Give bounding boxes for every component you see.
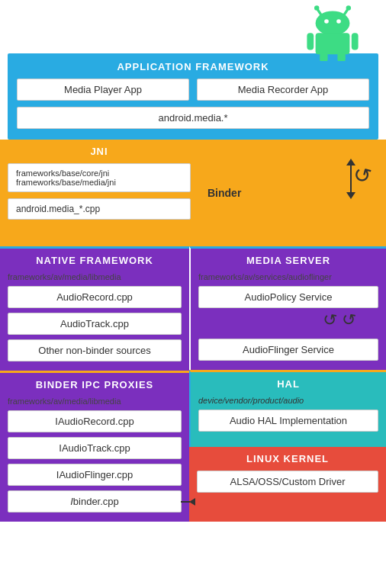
hal-title: HAL <box>198 378 378 390</box>
ibinder-label2: binder.cpp <box>73 496 119 507</box>
jni-title: JNI <box>8 146 191 157</box>
svg-rect-10 <box>320 53 327 61</box>
native-framework-section: NATIVE FRAMEWORK frameworks/av/media/lib… <box>0 246 189 371</box>
alsa-oss-label: ALSA/OSS/Custom Driver <box>230 476 346 487</box>
ibinder-arrow-icon <box>181 498 195 506</box>
media-server-section: MEDIA SERVER frameworks/av/services/audi… <box>189 246 386 370</box>
native-framework-title: NATIVE FRAMEWORK <box>8 255 182 266</box>
alsa-oss-box: ALSA/OSS/Custom Driver <box>197 471 378 493</box>
jni-paths-box: frameworks/base/core/jni frameworks/base… <box>8 163 191 192</box>
svg-point-3 <box>346 5 351 10</box>
ibinder-row: Ibinder.cpp <box>8 490 182 512</box>
arrow-up-icon <box>346 159 355 165</box>
audio-track-label: AudioTrack.cpp <box>60 318 129 329</box>
iaudio-flinger-label: IAudioFlinger.cpp <box>56 469 133 480</box>
audio-flinger-box: AudioFlinger Service <box>198 339 378 361</box>
media-server-title: MEDIA SERVER <box>198 255 378 266</box>
other-non-binder-box: Other non-binder sources <box>8 339 182 361</box>
binder-area: Binder ↺ <box>198 140 386 246</box>
native-framework-path: frameworks/av/media/libmedia <box>8 272 182 281</box>
iaudio-track-box: IAudioTrack.cpp <box>8 437 182 459</box>
audio-hal-label: Audio HAL Implementation <box>230 415 347 426</box>
hal-path: device/vendor/product/audio <box>198 396 378 405</box>
android-logo <box>302 0 363 61</box>
svg-rect-8 <box>307 33 314 50</box>
audio-policy-label: AudioPolicy Service <box>245 291 333 303</box>
app-row: Media Player App Media Recorder App <box>17 79 369 101</box>
svg-rect-11 <box>337 53 345 61</box>
iaudio-record-label: IAudioRecord.cpp <box>55 416 133 427</box>
jni-cpp: android.media_*.cpp <box>16 204 100 214</box>
media-server-path: frameworks/av/services/audioflinger <box>198 272 378 281</box>
service-arrows: ↻ ↺ <box>198 314 378 336</box>
binder-ipc-title: BINDER IPC PROXIES <box>8 379 182 390</box>
binder-ipc-path: frameworks/av/media/libmedia <box>8 397 182 406</box>
left-column: NATIVE FRAMEWORK frameworks/av/media/lib… <box>0 246 189 522</box>
kernel-section: LINUX KERNEL ALSA/OSS/Custom Driver <box>189 447 386 522</box>
media-player-box: Media Player App <box>17 79 189 101</box>
iaudio-flinger-box: IAudioFlinger.cpp <box>8 464 182 486</box>
curved-arrow-right-icon: ↻ <box>340 310 357 332</box>
arrow-head-left-icon <box>189 498 195 506</box>
binder-ipc-section: BINDER IPC PROXIES frameworks/av/media/l… <box>0 371 189 522</box>
app-framework-title: APPLICATION FRAMEWORK <box>17 61 369 72</box>
audio-record-cpp-box: AudioRecord.cpp <box>8 286 182 308</box>
svg-point-4 <box>316 11 350 35</box>
svg-point-5 <box>324 19 329 24</box>
hal-section: HAL device/vendor/product/audio Audio HA… <box>189 370 386 447</box>
iaudio-record-box: IAudioRecord.cpp <box>8 410 182 432</box>
android-media-box: android.media.* <box>17 107 369 129</box>
svg-rect-7 <box>316 33 350 54</box>
audio-record-label: AudioRecord.cpp <box>56 291 133 303</box>
binder-label: Binder <box>207 187 241 199</box>
audio-hal-box: Audio HAL Implementation <box>198 410 378 432</box>
kernel-title: LINUX KERNEL <box>197 453 378 464</box>
media-recorder-box: Media Recorder App <box>197 79 369 101</box>
curved-arrow-left-icon: ↺ <box>321 310 338 332</box>
arrow-down-icon <box>346 192 355 199</box>
jni-path2: frameworks/base/media/jni <box>16 178 182 187</box>
jni-cpp-box: android.media_*.cpp <box>8 198 191 220</box>
svg-point-1 <box>314 5 319 10</box>
app-framework-section: APPLICATION FRAMEWORK Media Player App M… <box>8 53 378 140</box>
jni-binder-row: JNI frameworks/base/core/jni frameworks/… <box>0 140 386 246</box>
audio-flinger-label: AudioFlinger Service <box>243 344 334 355</box>
svg-point-6 <box>336 19 341 24</box>
other-non-binder-label: Other non-binder sources <box>38 345 150 356</box>
jni-path1: frameworks/base/core/jni <box>16 169 182 178</box>
bottom-section: NATIVE FRAMEWORK frameworks/av/media/lib… <box>0 246 386 522</box>
jni-section: JNI frameworks/base/core/jni frameworks/… <box>0 140 198 246</box>
ibinder-box: Ibinder.cpp <box>8 490 182 512</box>
right-column: MEDIA SERVER frameworks/av/services/audi… <box>189 246 386 522</box>
audio-policy-box: AudioPolicy Service <box>198 286 378 308</box>
iaudio-track-label: IAudioTrack.cpp <box>59 442 130 454</box>
audio-track-cpp-box: AudioTrack.cpp <box>8 313 182 335</box>
svg-rect-9 <box>352 33 359 50</box>
